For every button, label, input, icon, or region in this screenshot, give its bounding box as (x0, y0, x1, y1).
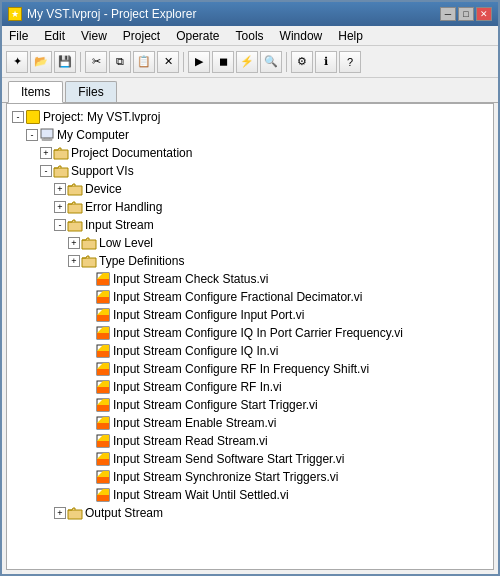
maximize-button[interactable]: □ (458, 7, 474, 21)
tree-item-typedefs[interactable]: + Type Definitions (7, 252, 493, 270)
expander-supportvis[interactable]: - (40, 165, 52, 177)
toolbar-stop[interactable]: ◼ (212, 51, 234, 73)
menu-edit[interactable]: Edit (41, 28, 68, 44)
vi5-icon (95, 343, 111, 359)
tree-item-projectdoc[interactable]: + Project Documentation (7, 144, 493, 162)
toolbar-copy[interactable]: ⧉ (109, 51, 131, 73)
expander-device[interactable]: + (54, 183, 66, 195)
vi1-icon (95, 271, 111, 287)
tree-item-supportvis[interactable]: - Support VIs (7, 162, 493, 180)
vi8-icon (95, 397, 111, 413)
tree-item-project[interactable]: - Project: My VST.lvproj (7, 108, 493, 126)
tabs-container: Items Files (2, 78, 498, 103)
svg-marker-5 (97, 279, 109, 285)
folder-supportvis-icon (53, 163, 69, 179)
tree-item-lowlevel[interactable]: + Low Level (7, 234, 493, 252)
expander-projectdoc[interactable]: + (40, 147, 52, 159)
vi3-icon (95, 307, 111, 323)
projectdoc-label: Project Documentation (71, 146, 192, 160)
tab-files[interactable]: Files (65, 81, 116, 102)
vi4-icon (95, 325, 111, 341)
toolbar-paste[interactable]: 📋 (133, 51, 155, 73)
menu-project[interactable]: Project (120, 28, 163, 44)
tree-item-vi3[interactable]: Input Stream Configure Input Port.vi (7, 306, 493, 324)
lowlevel-label: Low Level (99, 236, 153, 250)
tree-item-vi11[interactable]: Input Stream Send Software Start Trigger… (7, 450, 493, 468)
vi12-label: Input Stream Synchronize Start Triggers.… (113, 470, 338, 484)
toolbar-cut[interactable]: ✂ (85, 51, 107, 73)
vi3-label: Input Stream Configure Input Port.vi (113, 308, 304, 322)
toolbar-search[interactable]: 🔍 (260, 51, 282, 73)
expander-outputstream[interactable]: + (54, 507, 66, 519)
toolbar-delete[interactable]: ✕ (157, 51, 179, 73)
svg-marker-14 (97, 333, 109, 339)
menu-tools[interactable]: Tools (233, 28, 267, 44)
toolbar-settings[interactable]: ⚙ (291, 51, 313, 73)
menu-help[interactable]: Help (335, 28, 366, 44)
tree-item-vi4[interactable]: Input Stream Configure IQ In Port Carrie… (7, 324, 493, 342)
menu-window[interactable]: Window (277, 28, 326, 44)
tree-item-vi6[interactable]: Input Stream Configure RF In Frequency S… (7, 360, 493, 378)
tree-item-vi2[interactable]: Input Stream Configure Fractional Decima… (7, 288, 493, 306)
vi6-icon (95, 361, 111, 377)
project-explorer-window: ★ My VST.lvproj - Project Explorer ─ □ ✕… (0, 0, 500, 576)
tree-view[interactable]: - Project: My VST.lvproj - My Compute (7, 104, 493, 569)
folder-outputstream-icon (67, 505, 83, 521)
svg-marker-26 (97, 405, 109, 411)
tree-item-vi1[interactable]: Input Stream Check Status.vi (7, 270, 493, 288)
tree-item-mycomputer[interactable]: - My Computer (7, 126, 493, 144)
vi12-icon (95, 469, 111, 485)
app-icon: ★ (8, 7, 22, 21)
minimize-button[interactable]: ─ (440, 7, 456, 21)
svg-marker-38 (97, 477, 109, 483)
tree-item-device[interactable]: + Device (7, 180, 493, 198)
tree-item-errorhandling[interactable]: + Error Handling (7, 198, 493, 216)
tree-item-vi10[interactable]: Input Stream Read Stream.vi (7, 432, 493, 450)
vi10-icon (95, 433, 111, 449)
window-title: My VST.lvproj - Project Explorer (27, 7, 196, 21)
expander-project[interactable]: - (12, 111, 24, 123)
toolbar-run[interactable]: ▶ (188, 51, 210, 73)
folder-device-icon (67, 181, 83, 197)
toolbar-open[interactable]: 📂 (30, 51, 52, 73)
svg-marker-8 (97, 297, 109, 303)
tree-item-vi5[interactable]: Input Stream Configure IQ In.vi (7, 342, 493, 360)
tree-item-vi9[interactable]: Input Stream Enable Stream.vi (7, 414, 493, 432)
vi10-label: Input Stream Read Stream.vi (113, 434, 268, 448)
vi9-icon (95, 415, 111, 431)
expander-errorhandling[interactable]: + (54, 201, 66, 213)
menubar: File Edit View Project Operate Tools Win… (2, 26, 498, 46)
tree-item-vi13[interactable]: Input Stream Wait Until Settled.vi (7, 486, 493, 504)
project-icon (25, 109, 41, 125)
vi7-icon (95, 379, 111, 395)
vi1-label: Input Stream Check Status.vi (113, 272, 268, 286)
toolbar: ✦ 📂 💾 ✂ ⧉ 📋 ✕ ▶ ◼ ⚡ 🔍 ⚙ ℹ ? (2, 46, 498, 78)
toolbar-save[interactable]: 💾 (54, 51, 76, 73)
expander-lowlevel[interactable]: + (68, 237, 80, 249)
tree-item-outputstream[interactable]: + Output Stream (7, 504, 493, 522)
vi2-icon (95, 289, 111, 305)
supportvis-label: Support VIs (71, 164, 134, 178)
tab-items[interactable]: Items (8, 81, 63, 103)
expander-mycomputer[interactable]: - (26, 129, 38, 141)
tree-item-vi7[interactable]: Input Stream Configure RF In.vi (7, 378, 493, 396)
menu-file[interactable]: File (6, 28, 31, 44)
toolbar-info[interactable]: ℹ (315, 51, 337, 73)
tree-item-vi12[interactable]: Input Stream Synchronize Start Triggers.… (7, 468, 493, 486)
svg-marker-32 (97, 441, 109, 447)
tree-item-inputstream[interactable]: - Input Stream (7, 216, 493, 234)
toolbar-help2[interactable]: ? (339, 51, 361, 73)
project-label: Project: My VST.lvproj (43, 110, 160, 124)
svg-rect-0 (41, 129, 53, 138)
expander-inputstream[interactable]: - (54, 219, 66, 231)
vi13-label: Input Stream Wait Until Settled.vi (113, 488, 289, 502)
toolbar-new[interactable]: ✦ (6, 51, 28, 73)
menu-operate[interactable]: Operate (173, 28, 222, 44)
vi2-label: Input Stream Configure Fractional Decima… (113, 290, 362, 304)
menu-view[interactable]: View (78, 28, 110, 44)
computer-icon (39, 127, 55, 143)
expander-typedefs[interactable]: + (68, 255, 80, 267)
toolbar-break[interactable]: ⚡ (236, 51, 258, 73)
close-button[interactable]: ✕ (476, 7, 492, 21)
tree-item-vi8[interactable]: Input Stream Configure Start Trigger.vi (7, 396, 493, 414)
